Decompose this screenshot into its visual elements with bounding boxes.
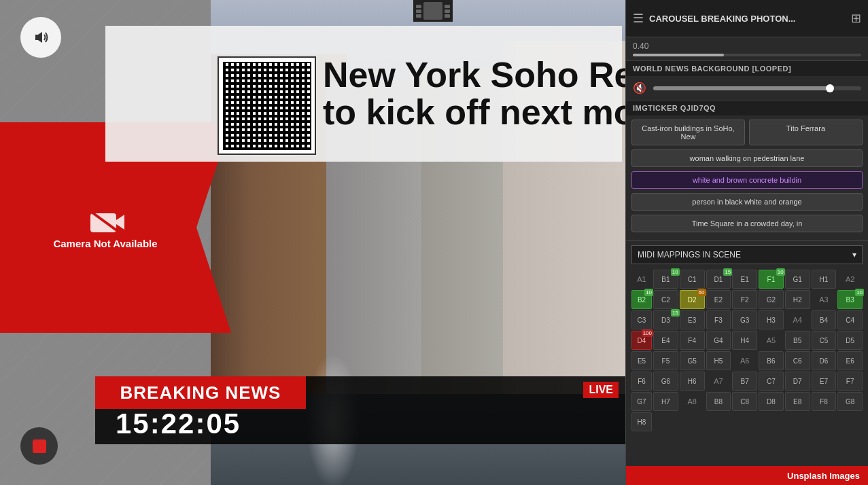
midi-cell-b8[interactable]: B8 (706, 392, 731, 411)
world-news-label: WORLD NEWS BACKGROUND [LOOPED] (626, 61, 868, 76)
midi-cell-h4[interactable]: H4 (732, 331, 757, 350)
midi-cell-d3[interactable]: D315 (653, 310, 678, 329)
imgticker-label: IMGTICKER QJID7QQ (626, 101, 868, 115)
ticker-item-4[interactable]: white and brown concrete buildin (631, 171, 863, 189)
midi-cell-e2[interactable]: E2 (706, 290, 731, 309)
right-panel: ☰ CAROUSEL BREAKING PHOTON... ⊞ 0.40 WOR… (625, 0, 868, 485)
midi-cell-g1[interactable]: G1 (785, 270, 810, 289)
midi-cell-d2[interactable]: D260 (680, 290, 705, 309)
midi-cell-d5[interactable]: D5 (837, 331, 863, 350)
midi-cell-e8[interactable]: E8 (785, 392, 810, 411)
ticker-row-5: Time Square in a crowded day, in (631, 215, 863, 232)
midi-cell-e1[interactable]: E1 (732, 270, 757, 289)
midi-cell-c1[interactable]: C1 (680, 270, 705, 289)
midi-cell-f7[interactable]: F7 (837, 372, 863, 391)
film-reel-widget (413, 0, 453, 22)
stop-icon (33, 439, 46, 453)
midi-cell-e7[interactable]: E7 (812, 372, 837, 391)
volume-slider[interactable] (653, 86, 861, 90)
midi-cell-b6[interactable]: B6 (759, 351, 784, 370)
ticker-item-5[interactable]: person in black white and orange (631, 193, 863, 211)
midi-row-label-a1: A1 (631, 270, 652, 289)
breaking-news-bar: BREAKING NEWS 15:22:05 LIVE (95, 376, 625, 444)
mute-button[interactable]: 🔇 (633, 82, 646, 94)
midi-cell-g6[interactable]: G6 (653, 372, 678, 391)
midi-cell-f8[interactable]: F8 (812, 392, 837, 411)
midi-cell-c2[interactable]: C2 (653, 290, 678, 309)
ticker-item-6[interactable]: Time Square in a crowded day, in (631, 215, 863, 232)
midi-cell-b1[interactable]: B110 (653, 270, 678, 289)
midi-cell-f3[interactable]: F3 (706, 310, 731, 329)
midi-row-label-a7: A7 (706, 372, 731, 391)
midi-cell-c5[interactable]: C5 (812, 331, 837, 350)
midi-cell-f2[interactable]: F2 (732, 290, 757, 309)
midi-cell-h1[interactable]: H1 (812, 270, 837, 289)
midi-cell-b5[interactable]: B5 (785, 331, 810, 350)
reel-center (423, 2, 442, 20)
midi-cell-h7[interactable]: H7 (653, 392, 678, 411)
panel-menu-icon[interactable]: ☰ (633, 11, 644, 26)
midi-cell-h3[interactable]: H3 (759, 310, 784, 329)
chevron-down-icon: ▾ (852, 250, 856, 259)
midi-cell-d4[interactable]: D4100 (631, 331, 652, 350)
progress-bar[interactable] (633, 54, 861, 56)
midi-cell-h6[interactable]: H6 (680, 372, 705, 391)
midi-row-label-a4: A4 (785, 310, 810, 329)
midi-cell-f6[interactable]: F6 (631, 372, 652, 391)
speaker-button[interactable] (20, 17, 61, 58)
midi-cell-c4[interactable]: C4 (837, 310, 863, 329)
midi-cell-e3[interactable]: E3 (680, 310, 705, 329)
svg-marker-1 (116, 215, 124, 230)
midi-cell-g7[interactable]: G7 (631, 392, 652, 411)
headline-line2: to kick off next montl (323, 94, 625, 131)
ticker-item-1[interactable]: Cast-iron buildings in SoHo, New (631, 120, 745, 145)
panel-grid-icon[interactable]: ⊞ (851, 11, 861, 26)
reel-strip-left (416, 5, 421, 18)
midi-cell-h5[interactable]: H5 (706, 351, 731, 370)
midi-cell-b4[interactable]: B4 (812, 310, 837, 329)
midi-row-label-a2: A2 (837, 270, 863, 289)
midi-cell-h8[interactable]: H8 (631, 412, 652, 431)
camera-not-available-icon (85, 206, 126, 238)
svg-rect-0 (90, 213, 116, 232)
progress-fill (633, 54, 724, 56)
midi-cell-b3[interactable]: B310 (837, 290, 863, 309)
midi-cell-d6[interactable]: D6 (812, 351, 837, 370)
breaking-label: BREAKING NEWS (95, 376, 306, 409)
midi-cell-e5[interactable]: E5 (631, 351, 652, 370)
midi-cell-h2[interactable]: H2 (785, 290, 810, 309)
midi-cell-d7[interactable]: D7 (785, 372, 810, 391)
panel-title: CAROUSEL BREAKING PHOTON... (649, 14, 846, 24)
ticker-row-3: white and brown concrete buildin (631, 171, 863, 189)
midi-cell-d8[interactable]: D8 (759, 392, 784, 411)
midi-cell-b2[interactable]: B210 (631, 290, 652, 309)
midi-cell-g8[interactable]: G8 (837, 392, 863, 411)
headline-line1: New York Soho Rede (323, 56, 625, 94)
midi-cell-g2[interactable]: G2 (759, 290, 784, 309)
midi-cell-f1[interactable]: F110 (759, 270, 784, 289)
camera-not-available-label: Camera Not Available (53, 238, 157, 249)
volume-thumb (826, 84, 834, 92)
midi-cell-c8[interactable]: C8 (732, 392, 757, 411)
midi-dropdown[interactable]: MIDI MAPPINGS IN SCENE ▾ (631, 245, 863, 264)
panel-header: ☰ CAROUSEL BREAKING PHOTON... ⊞ (626, 0, 868, 37)
midi-cell-g5[interactable]: G5 (680, 351, 705, 370)
midi-cell-c3[interactable]: C3 (631, 310, 652, 329)
midi-cell-g4[interactable]: G4 (706, 331, 731, 350)
midi-cell-b7[interactable]: B7 (732, 372, 757, 391)
unsplash-label: Unsplash Images (787, 471, 860, 481)
midi-row-label-a8: A8 (680, 392, 705, 411)
ticker-item-2[interactable]: Tito Ferrara (749, 120, 863, 145)
midi-cell-c7[interactable]: C7 (759, 372, 784, 391)
midi-cell-e4[interactable]: E4 (653, 331, 678, 350)
midi-cell-f5[interactable]: F5 (653, 351, 678, 370)
midi-cell-g3[interactable]: G3 (732, 310, 757, 329)
ticker-item-3[interactable]: woman walking on pedestrian lane (631, 149, 863, 167)
midi-cell-c6[interactable]: C6 (785, 351, 810, 370)
svg-marker-3 (35, 32, 42, 43)
audio-control: 🔇 (626, 76, 868, 101)
midi-cell-f4[interactable]: F4 (680, 331, 705, 350)
midi-cell-e6[interactable]: E6 (837, 351, 863, 370)
midi-cell-d1[interactable]: D115 (706, 270, 731, 289)
stop-button[interactable] (20, 427, 58, 465)
